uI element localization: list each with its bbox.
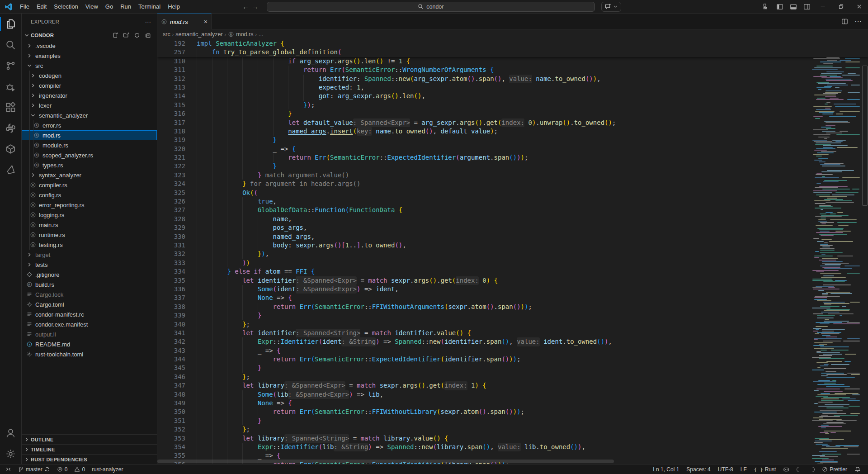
- code-line-316[interactable]: 316}: [157, 109, 868, 118]
- tree-item-Cargo.lock[interactable]: Cargo.lock: [22, 289, 157, 299]
- code-line-345[interactable]: 345}: [157, 364, 868, 372]
- tree-item-error_reporting.rs[interactable]: Rerror_reporting.rs: [22, 200, 157, 210]
- activitybar-source-control-icon[interactable]: [0, 55, 22, 76]
- line-number[interactable]: 327: [157, 206, 185, 214]
- sidebar-section-timeline[interactable]: TIMELINE: [22, 444, 157, 454]
- code-line-192[interactable]: 192impl SemanticAnalyzer {: [157, 39, 868, 48]
- project-root-row[interactable]: CONDOR: [22, 30, 157, 41]
- new-folder-icon[interactable]: [122, 31, 131, 40]
- tree-item-types.rs[interactable]: Rtypes.rs: [22, 160, 157, 170]
- line-number[interactable]: 341: [157, 329, 185, 337]
- line-number[interactable]: 350: [157, 408, 185, 416]
- tree-item-error.rs[interactable]: Rerror.rs: [22, 120, 157, 130]
- line-number[interactable]: 312: [157, 75, 185, 83]
- code-line-336[interactable]: 336Some(ident: &Spanned<Expr>) => ident,: [157, 285, 868, 294]
- code-line-353[interactable]: 353let library: Spanned<String> = match …: [157, 434, 868, 443]
- menu-go[interactable]: Go: [102, 1, 117, 12]
- code-line-257[interactable]: 257fn try_to_parse_global_definition(: [157, 48, 868, 57]
- tree-item-build.rs[interactable]: Rbuild.rs: [22, 280, 157, 289]
- toggle-primary-sidebar-icon[interactable]: [773, 0, 787, 13]
- menu-help[interactable]: Help: [164, 1, 184, 12]
- tree-item-rust-toolchain.toml[interactable]: rust-toolchain.toml: [22, 349, 157, 359]
- code-line-317[interactable]: 317let default_value: Spanned<Expr> = ar…: [157, 118, 868, 127]
- customize-layout-icon[interactable]: [760, 0, 773, 13]
- code-line-350[interactable]: 350return Err(SemanticError::FFIWithoutL…: [157, 408, 868, 416]
- line-number[interactable]: 328: [157, 215, 185, 223]
- tree-item-.vscode[interactable]: .vscode: [22, 41, 157, 51]
- split-editor-icon[interactable]: [841, 18, 848, 25]
- code-line-324[interactable]: 324} for argument in header.args(): [157, 180, 868, 188]
- activitybar-explorer-icon[interactable]: [0, 14, 22, 34]
- tree-item-config.rs[interactable]: Rconfig.rs: [22, 190, 157, 200]
- code-line-343[interactable]: 343_ => {: [157, 346, 868, 355]
- line-number[interactable]: 346: [157, 373, 185, 381]
- toggle-secondary-sidebar-icon[interactable]: [800, 0, 814, 13]
- refresh-icon[interactable]: [132, 31, 142, 40]
- line-number[interactable]: 347: [157, 381, 185, 390]
- tree-item-scoped_analyzer.rs[interactable]: Rscoped_analyzer.rs: [22, 150, 157, 160]
- line-number[interactable]: 333: [157, 259, 185, 267]
- menu-selection[interactable]: Selection: [50, 1, 81, 12]
- code-line-313[interactable]: 313expected: 1,: [157, 83, 868, 92]
- code-line-347[interactable]: 347let library: &Spanned<Expr> = match s…: [157, 381, 868, 390]
- tree-item-Cargo.toml[interactable]: Cargo.toml: [22, 299, 157, 309]
- line-number[interactable]: 315: [157, 101, 185, 109]
- tree-item-condor-manifest.rc[interactable]: condor-manifest.rc: [22, 309, 157, 319]
- code-line-342[interactable]: 342Expr::Identifier(ident: &String) => S…: [157, 337, 868, 346]
- line-number[interactable]: 321: [157, 153, 185, 162]
- toggle-panel-icon[interactable]: [787, 0, 800, 13]
- line-number[interactable]: 353: [157, 434, 185, 443]
- menu-view[interactable]: View: [82, 1, 102, 12]
- activitybar-python-icon[interactable]: [0, 118, 22, 138]
- tab-mod-rs[interactable]: R mod.rs ×: [157, 14, 212, 29]
- status-prettier[interactable]: Prettier: [819, 465, 850, 474]
- code-line-322[interactable]: 322}: [157, 162, 868, 171]
- line-number[interactable]: 317: [157, 118, 185, 127]
- line-number[interactable]: 336: [157, 285, 185, 294]
- line-number[interactable]: 348: [157, 390, 185, 399]
- line-number[interactable]: 323: [157, 171, 185, 180]
- close-button[interactable]: [850, 0, 868, 13]
- menu-terminal[interactable]: Terminal: [135, 1, 164, 12]
- line-number[interactable]: 319: [157, 136, 185, 144]
- status-eol[interactable]: LF: [738, 465, 750, 474]
- status-notifications[interactable]: [852, 465, 863, 474]
- code-line-351[interactable]: 351}: [157, 417, 868, 425]
- breadcrumb-item[interactable]: ...: [259, 31, 263, 38]
- line-number[interactable]: 330: [157, 232, 185, 241]
- line-number[interactable]: 343: [157, 346, 185, 355]
- status-errors[interactable]: 0: [54, 465, 71, 474]
- code-line-319[interactable]: 319}: [157, 136, 868, 144]
- minimap[interactable]: [811, 39, 862, 464]
- tree-item-irgenerator[interactable]: irgenerator: [22, 90, 157, 100]
- tree-item-testing.rs[interactable]: Rtesting.rs: [22, 240, 157, 250]
- code-line-340[interactable]: 340};: [157, 320, 868, 329]
- tree-item-main.rs[interactable]: Rmain.rs: [22, 220, 157, 230]
- vertical-scrollbar[interactable]: [862, 66, 868, 206]
- status-encoding[interactable]: UTF-8: [715, 465, 736, 474]
- code-line-338[interactable]: 338return Err(SemanticError::FFIWithoutA…: [157, 303, 868, 311]
- line-number[interactable]: 334: [157, 267, 185, 276]
- line-number[interactable]: 326: [157, 197, 185, 206]
- code-line-335[interactable]: 335let identifier: &Spanned<Expr> = matc…: [157, 276, 868, 285]
- code-body[interactable]: 310if arg_sexpr.args().len() != 1 {311re…: [157, 57, 868, 464]
- tree-item-mod.rs[interactable]: Rmod.rs: [22, 130, 157, 140]
- tab-close-icon[interactable]: ×: [204, 18, 208, 25]
- tree-item-tests[interactable]: tests: [22, 260, 157, 270]
- code-line-327[interactable]: 327GlobalDefData::Function(FunctionData …: [157, 206, 868, 214]
- status-git-branch[interactable]: master: [15, 465, 53, 474]
- line-number[interactable]: 311: [157, 66, 185, 74]
- line-number[interactable]: 337: [157, 294, 185, 302]
- menu-file[interactable]: File: [16, 1, 33, 12]
- line-number[interactable]: 257: [157, 48, 185, 57]
- tree-item-examples[interactable]: examples: [22, 51, 157, 61]
- line-number[interactable]: 325: [157, 189, 185, 197]
- line-number[interactable]: 352: [157, 425, 185, 434]
- code-line-321[interactable]: 321return Err(SemanticError::ExpectedIde…: [157, 153, 868, 162]
- line-number[interactable]: 335: [157, 276, 185, 285]
- tree-item-compiler[interactable]: compiler: [22, 81, 157, 90]
- line-number[interactable]: 310: [157, 57, 185, 66]
- activitybar-extensions-icon[interactable]: [0, 97, 22, 118]
- activitybar-accounts-icon[interactable]: [0, 422, 22, 443]
- tree-item-condor.exe.manifest[interactable]: condor.exe.manifest: [22, 319, 157, 329]
